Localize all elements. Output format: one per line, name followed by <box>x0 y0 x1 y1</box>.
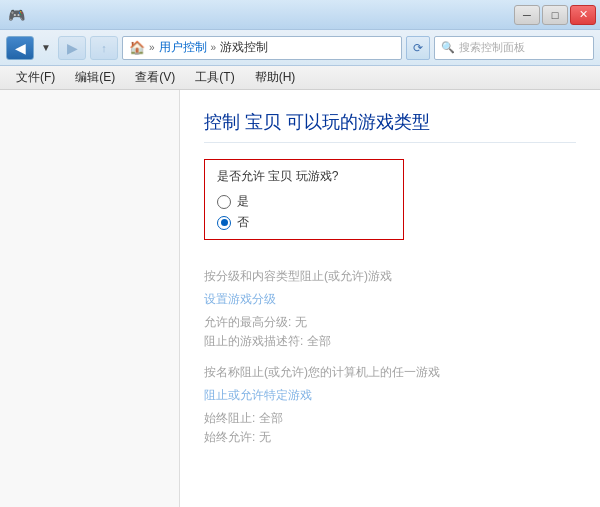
breadcrumb-item-2: 游戏控制 <box>220 39 268 56</box>
section1-label: 按分级和内容类型阻止(或允许)游戏 <box>204 268 576 285</box>
title-bar: 🎮 ─ □ ✕ <box>0 0 600 30</box>
radio-yes-circle[interactable] <box>217 195 231 209</box>
breadcrumb-item-1[interactable]: 用户控制 <box>159 39 207 56</box>
radio-group: 是 否 <box>217 193 391 231</box>
section1: 按分级和内容类型阻止(或允许)游戏 设置游戏分级 允许的最高分级: 无 阻止的游… <box>204 268 576 350</box>
radio-yes-label: 是 <box>237 193 249 210</box>
section2-label: 按名称阻止(或允许)您的计算机上的任一游戏 <box>204 364 576 381</box>
refresh-icon: ⟳ <box>413 41 423 55</box>
question-label: 是否允许 宝贝 玩游戏? <box>217 168 391 185</box>
minimize-button[interactable]: ─ <box>514 5 540 25</box>
title-bar-controls: ─ □ ✕ <box>514 5 596 25</box>
breadcrumb[interactable]: 🏠 » 用户控制 » 游戏控制 <box>122 36 402 60</box>
menu-bar: 文件(F) 编辑(E) 查看(V) 工具(T) 帮助(H) <box>0 66 600 90</box>
up-button[interactable]: ↑ <box>90 36 118 60</box>
menu-file[interactable]: 文件(F) <box>8 67 63 88</box>
menu-tools[interactable]: 工具(T) <box>187 67 242 88</box>
search-bar[interactable]: 🔍 搜索控制面板 <box>434 36 594 60</box>
radio-yes-item[interactable]: 是 <box>217 193 391 210</box>
dropdown-button[interactable]: ▼ <box>38 36 54 60</box>
address-bar: ◀ ▼ ▶ ↑ 🏠 » 用户控制 » 游戏控制 ⟳ 🔍 搜索控制面板 <box>0 30 600 66</box>
title-bar-left: 🎮 <box>8 7 31 23</box>
close-button[interactable]: ✕ <box>570 5 596 25</box>
question-box: 是否允许 宝贝 玩游戏? 是 否 <box>204 159 404 240</box>
window-icon: 🎮 <box>8 7 25 23</box>
content-area: 控制 宝贝 可以玩的游戏类型 是否允许 宝贝 玩游戏? 是 否 按分级 <box>0 90 600 507</box>
back-icon: ◀ <box>15 40 26 56</box>
search-icon: 🔍 <box>441 41 455 54</box>
search-placeholder: 搜索控制面板 <box>459 40 525 55</box>
breadcrumb-separator-1: » <box>149 42 155 53</box>
menu-edit[interactable]: 编辑(E) <box>67 67 123 88</box>
back-button[interactable]: ◀ <box>6 36 34 60</box>
menu-view[interactable]: 查看(V) <box>127 67 183 88</box>
section2-link[interactable]: 阻止或允许特定游戏 <box>204 387 576 404</box>
layout: 控制 宝贝 可以玩的游戏类型 是否允许 宝贝 玩游戏? 是 否 按分级 <box>0 90 600 507</box>
info2: 阻止的游戏描述符: 全部 <box>204 333 576 350</box>
forward-button[interactable]: ▶ <box>58 36 86 60</box>
left-panel <box>0 90 180 507</box>
menu-help[interactable]: 帮助(H) <box>247 67 304 88</box>
section2: 按名称阻止(或允许)您的计算机上的任一游戏 阻止或允许特定游戏 始终阻止: 全部… <box>204 364 576 446</box>
radio-no-circle[interactable] <box>217 216 231 230</box>
info1: 允许的最高分级: 无 <box>204 314 576 331</box>
radio-no-label: 否 <box>237 214 249 231</box>
page-title: 控制 宝贝 可以玩的游戏类型 <box>204 110 576 143</box>
breadcrumb-separator-2: » <box>211 42 217 53</box>
radio-no-item[interactable]: 否 <box>217 214 391 231</box>
maximize-button[interactable]: □ <box>542 5 568 25</box>
breadcrumb-icon: 🏠 <box>129 40 145 55</box>
info4: 始终允许: 无 <box>204 429 576 446</box>
info3: 始终阻止: 全部 <box>204 410 576 427</box>
section1-link[interactable]: 设置游戏分级 <box>204 291 576 308</box>
refresh-button[interactable]: ⟳ <box>406 36 430 60</box>
main-panel: 控制 宝贝 可以玩的游戏类型 是否允许 宝贝 玩游戏? 是 否 按分级 <box>180 90 600 507</box>
